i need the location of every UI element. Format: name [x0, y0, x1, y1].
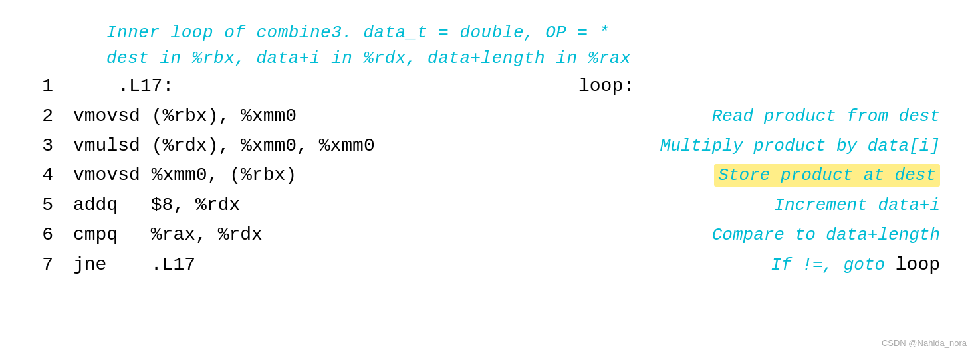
- operands: %rax, %rdx: [151, 221, 263, 250]
- right-comment-highlighted: Store product at dest: [674, 161, 940, 191]
- row-content: vmovsd %xmm0, (%rbx) Store product at de…: [73, 161, 940, 191]
- asm-instruction: cmpq %rax, %rdx: [73, 221, 379, 250]
- main-container: Inner loop of combine3. data_t = double,…: [0, 0, 980, 356]
- right-comment: Compare to data+length: [672, 222, 940, 250]
- table-row: 6 cmpq %rax, %rdx Compare to data+length: [40, 221, 940, 250]
- operands: %xmm0, (%rbx): [152, 161, 297, 191]
- line-number: 5: [40, 191, 73, 221]
- table-row: 7 jne .L17 If !=, goto loop: [40, 250, 940, 280]
- if-text: If !=, goto: [771, 255, 896, 275]
- opcode: addq: [73, 191, 140, 221]
- table-row: 5 addq $8, %rdx Increment data+i: [40, 191, 940, 221]
- line-number: 1: [40, 72, 73, 102]
- opcode: vmovsd: [73, 102, 140, 132]
- row-content: addq $8, %rdx Increment data+i: [73, 191, 940, 221]
- comment-line-2: dest in %rbx, data+i in %rdx, data+lengt…: [106, 46, 940, 72]
- operands: .L17: [151, 250, 195, 280]
- right-comment: Increment data+i: [734, 192, 940, 220]
- row-content: vmovsd (%rbx), %xmm0 Read product from d…: [73, 102, 940, 132]
- right-comment: Multiply product by data[i]: [620, 133, 940, 161]
- line-number: 4: [40, 161, 73, 191]
- opcode: vmovsd: [73, 161, 140, 191]
- operands: (%rdx), %xmm0, %xmm0: [152, 132, 375, 161]
- row-content: cmpq %rax, %rdx Compare to data+length: [73, 221, 940, 250]
- highlighted-text: Store product at dest: [714, 164, 940, 187]
- asm-instruction: addq $8, %rdx: [73, 191, 379, 221]
- opcode: cmpq: [73, 221, 140, 250]
- operands: $8, %rdx: [151, 191, 240, 221]
- opcode: jne: [73, 250, 140, 280]
- asm-instruction: vmovsd %xmm0, (%rbx): [73, 161, 379, 191]
- line-number: 7: [40, 250, 73, 280]
- right-comment: Read product from dest: [672, 103, 940, 131]
- table-row: 4 vmovsd %xmm0, (%rbx) Store product at …: [40, 161, 940, 191]
- asm-instruction: vmulsd (%rdx), %xmm0, %xmm0: [73, 132, 379, 161]
- comment-line-1: Inner loop of combine3. data_t = double,…: [106, 20, 940, 46]
- asm-instruction: jne .L17: [73, 250, 379, 280]
- line-number: 6: [40, 221, 73, 250]
- code-block: Inner loop of combine3. data_t = double,…: [40, 20, 940, 280]
- loop-label: loop:: [578, 72, 634, 102]
- line-number: 3: [40, 132, 73, 161]
- opcode: vmulsd: [73, 132, 140, 161]
- loop-text: loop: [896, 254, 940, 275]
- watermark: CSDN @Nahida_nora: [882, 338, 967, 348]
- table-row: 1 .L17: loop:: [40, 72, 940, 102]
- table-row: 3 vmulsd (%rdx), %xmm0, %xmm0 Multiply p…: [40, 132, 940, 161]
- right-comment-mixed: If !=, goto loop: [731, 250, 940, 280]
- row-content: .L17: loop:: [73, 72, 940, 102]
- operands: (%rbx), %xmm0: [152, 102, 297, 132]
- asm-label: .L17:: [73, 72, 379, 102]
- row-content: vmulsd (%rdx), %xmm0, %xmm0 Multiply pro…: [73, 132, 940, 161]
- line-number: 2: [40, 102, 73, 132]
- row-content: jne .L17 If !=, goto loop: [73, 250, 940, 280]
- asm-instruction: vmovsd (%rbx), %xmm0: [73, 102, 379, 132]
- table-row: 2 vmovsd (%rbx), %xmm0 Read product from…: [40, 102, 940, 132]
